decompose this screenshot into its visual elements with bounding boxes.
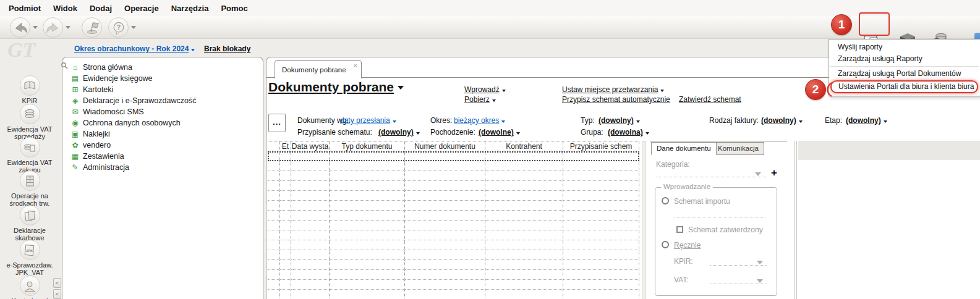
table-cell[interactable] (405, 151, 485, 161)
tree-item-strona-glowna[interactable]: Strona główna (62, 62, 263, 73)
more-filters-button[interactable]: ... (268, 114, 286, 132)
vat-combo-caret[interactable] (757, 279, 763, 283)
table-cell[interactable] (563, 151, 639, 161)
table-cell[interactable] (330, 221, 405, 230)
table-cell[interactable] (268, 250, 280, 260)
ustaw-miejsce-link[interactable]: Ustaw miejsce przetwarzania (562, 85, 665, 94)
table-cell[interactable] (405, 191, 485, 201)
tab-komunikacja[interactable]: Komunikacja (712, 142, 764, 155)
table-cell[interactable] (485, 270, 563, 280)
collapse-panel-button[interactable]: < (53, 289, 61, 299)
table-cell[interactable] (330, 151, 405, 161)
module-kpir[interactable]: KPiR (0, 75, 59, 104)
table-cell[interactable] (280, 191, 291, 201)
close-tab-icon[interactable]: × (354, 62, 357, 69)
help-menu-caret[interactable] (131, 26, 136, 29)
table-row[interactable] (268, 260, 639, 270)
tree-item-kartoteki[interactable]: Kartoteki (62, 84, 263, 95)
table-cell[interactable] (280, 240, 291, 250)
table-cell[interactable] (563, 211, 639, 221)
table-cell[interactable] (268, 171, 280, 181)
table-cell[interactable] (291, 171, 330, 181)
table-cell[interactable] (563, 221, 639, 230)
table-cell[interactable] (563, 280, 639, 290)
table-cell[interactable] (268, 211, 280, 221)
table-cell[interactable] (330, 280, 405, 290)
menu-narzedzia[interactable]: Narzędzia (165, 2, 215, 15)
table-cell[interactable] (280, 201, 291, 211)
tree-item-wiadomosci-sms[interactable]: Wiadomości SMS (62, 106, 263, 117)
table-cell[interactable] (563, 230, 639, 240)
menu-item-zarzadzaj-usluga-raporty[interactable]: Zarządzaj usługą Raporty (829, 53, 980, 65)
tree-item-ewidencje-ksiegowe[interactable]: Ewidencje księgowe (62, 73, 263, 84)
table-cell[interactable] (485, 240, 563, 250)
table-cell[interactable] (563, 240, 639, 250)
filter-pochodzenie-value[interactable]: (dowolne) (479, 128, 521, 137)
table-cell[interactable] (563, 191, 639, 201)
table-cell[interactable] (268, 181, 280, 191)
menu-operacje[interactable]: Operacje (118, 2, 165, 15)
lock-status-link[interactable]: Brak blokady (204, 44, 250, 53)
table-cell[interactable] (268, 260, 280, 270)
kpir-combo-caret[interactable] (757, 261, 763, 264)
table-cell[interactable] (268, 151, 280, 161)
table-cell[interactable] (405, 201, 485, 211)
table-cell[interactable] (291, 161, 330, 171)
collapse-panel-button[interactable]: < (53, 278, 61, 288)
add-kategoria-button[interactable]: + (771, 167, 777, 179)
documents-table[interactable]: Et Data wysta Typ dokumentu Numer dokume… (268, 141, 639, 299)
table-cell[interactable] (330, 161, 405, 171)
table-cell[interactable] (485, 201, 563, 211)
nav-back-menu-caret[interactable] (33, 26, 38, 29)
column-header-typ-dokumentu[interactable]: Typ dokumentu (330, 141, 405, 151)
table-cell[interactable] (291, 250, 330, 260)
table-row[interactable] (268, 270, 639, 280)
table-row[interactable] (268, 211, 639, 221)
table-row[interactable] (268, 191, 639, 201)
module-deklaracje-skarbowe[interactable]: Deklaracje skarbowe (0, 205, 59, 242)
table-row[interactable] (268, 161, 639, 171)
table-cell[interactable] (268, 161, 280, 171)
column-header-et[interactable]: Et (280, 141, 291, 151)
table-cell[interactable] (291, 181, 330, 191)
kategoria-combobox[interactable] (656, 169, 766, 177)
menu-item-wyslij-raporty[interactable]: Wyślij raporty (829, 41, 980, 53)
table-cell[interactable] (405, 171, 485, 181)
table-cell[interactable] (280, 151, 291, 161)
menu-dodaj[interactable]: Dodaj (83, 2, 118, 15)
table-cell[interactable] (330, 211, 405, 221)
tree-item-administracja[interactable]: Administracja (62, 162, 263, 173)
table-cell[interactable] (291, 151, 330, 161)
filter-dokumenty-wg-value[interactable]: daty przesłania (340, 116, 398, 125)
table-cell[interactable] (268, 221, 280, 230)
table-cell[interactable] (405, 280, 485, 290)
table-cell[interactable] (291, 230, 330, 240)
menu-pomoc[interactable]: Pomoc (215, 2, 254, 15)
wprowadz-link[interactable]: Wprowadź (464, 85, 507, 94)
module-ewidencja-vat-sprzedazy[interactable]: Ewidencja VAT sprzedaży (0, 104, 59, 140)
pobierz-link[interactable]: Pobierz (464, 95, 497, 104)
table-cell[interactable] (563, 161, 639, 171)
table-cell[interactable] (280, 221, 291, 230)
table-cell[interactable] (485, 161, 563, 171)
table-vertical-scrollbar[interactable] (642, 141, 646, 299)
tree-item-deklaracje[interactable]: Deklaracje i e-Sprawozdawczość (62, 95, 263, 106)
nav-forward-button[interactable] (43, 17, 63, 38)
table-cell[interactable] (268, 270, 280, 280)
column-header[interactable] (268, 141, 280, 151)
table-cell[interactable] (330, 191, 405, 201)
table-cell[interactable] (280, 280, 291, 290)
tree-item-vendero[interactable]: vendero (62, 140, 263, 151)
table-cell[interactable] (405, 181, 485, 191)
table-cell[interactable] (563, 290, 639, 299)
table-cell[interactable] (485, 181, 563, 191)
module-jpk-vat[interactable]: JPK e-Sprawozdaw. JPK_VAT (0, 240, 59, 276)
table-cell[interactable] (405, 230, 485, 240)
recznie-radio[interactable] (662, 241, 669, 248)
table-cell[interactable] (563, 181, 639, 191)
panel-splitter[interactable] (794, 141, 797, 299)
tab-dokumenty-pobrane[interactable]: Dokumenty pobrane × (275, 60, 362, 78)
table-cell[interactable] (485, 230, 563, 240)
module-kontrahenci[interactable]: Kontrahenci (0, 276, 59, 299)
schemat-importu-field[interactable] (674, 210, 765, 217)
